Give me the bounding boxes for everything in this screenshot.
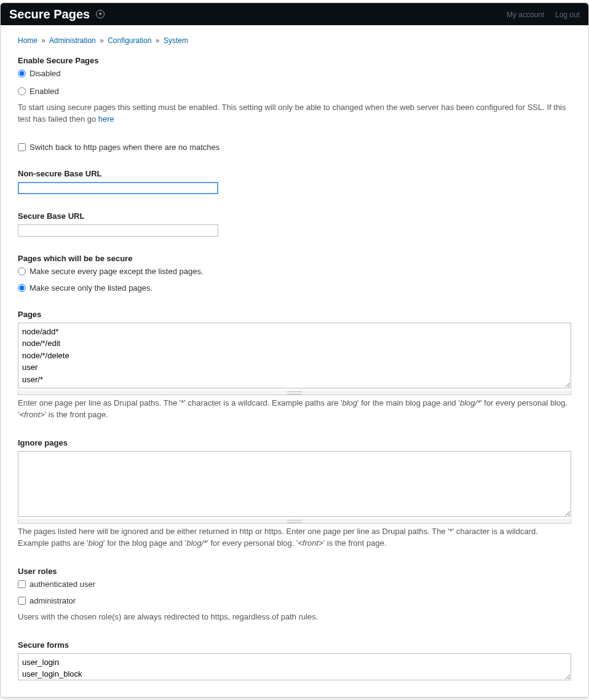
radio-disabled-input[interactable] xyxy=(18,69,26,77)
radio-enabled[interactable]: Enabled xyxy=(18,87,571,96)
my-account-link[interactable]: My account xyxy=(507,10,544,19)
breadcrumb: Home » Administration » Configuration » … xyxy=(18,36,571,45)
role-administrator-label: administrator xyxy=(30,596,76,605)
radio-except-input[interactable] xyxy=(18,267,26,275)
textarea-resize-handle[interactable] xyxy=(18,390,571,395)
nonsecure-label: Non-secure Base URL xyxy=(18,169,571,178)
pages-description: Enter one page per line as Drupal paths.… xyxy=(18,398,571,421)
here-link[interactable]: here xyxy=(98,114,114,124)
enable-description: To start using secure pages this setting… xyxy=(18,102,571,125)
role-authenticated-label: authenticated user xyxy=(30,580,95,589)
ignore-textarea[interactable] xyxy=(18,451,571,517)
role-authenticated-input[interactable] xyxy=(18,580,26,588)
forms-label: Secure forms xyxy=(18,640,571,650)
ignore-desc-front: <front> xyxy=(298,538,323,548)
forms-section: Secure forms user_login user_login_block xyxy=(18,640,571,682)
radio-except-label: Make secure every page except the listed… xyxy=(30,267,204,276)
breadcrumb-home[interactable]: Home xyxy=(18,36,38,45)
roles-section: User roles authenticated user administra… xyxy=(18,567,571,623)
ignore-desc-blog: blog xyxy=(89,538,104,548)
main-content: Home » Administration » Configuration » … xyxy=(1,25,588,697)
secure-section: Secure Base URL xyxy=(18,211,571,237)
role-administrator-input[interactable] xyxy=(18,597,26,605)
radio-except[interactable]: Make secure every page except the listed… xyxy=(18,267,571,276)
secure-input[interactable] xyxy=(18,224,218,237)
pages-desc-blogstar: blog/* xyxy=(460,398,480,407)
roles-heading: User roles xyxy=(18,567,571,576)
roles-description: Users with the chosen role(s) are always… xyxy=(18,612,571,623)
forms-textarea[interactable]: user_login user_login_block xyxy=(18,653,571,680)
switch-back-section: Switch back to http pages when there are… xyxy=(18,143,571,152)
breadcrumb-administration[interactable]: Administration xyxy=(49,36,96,45)
pages-desc-front: <front> xyxy=(19,410,44,419)
radio-enabled-label: Enabled xyxy=(30,87,59,96)
switch-back-label: Switch back to http pages when there are… xyxy=(30,143,219,152)
pages-desc-d: ' is the front page. xyxy=(45,410,108,419)
ignore-desc-blogstar: blog/* xyxy=(186,538,207,548)
radio-only-label: Make secure only the listed pages. xyxy=(30,283,152,293)
radio-only[interactable]: Make secure only the listed pages. xyxy=(18,283,571,293)
nonsecure-section: Non-secure Base URL xyxy=(18,169,571,194)
radio-disabled-label: Disabled xyxy=(30,69,61,78)
ignore-section: Ignore pages The pages listed here will … xyxy=(18,438,571,549)
ignore-desc-d: ' is the front page. xyxy=(323,538,387,548)
radio-disabled[interactable]: Disabled xyxy=(18,69,571,78)
ignore-desc-c: ' for every personal blog. ' xyxy=(207,538,298,548)
breadcrumb-sep: » xyxy=(41,36,45,45)
role-authenticated[interactable]: authenticated user xyxy=(18,580,571,589)
logout-link[interactable]: Log out xyxy=(555,10,580,19)
add-shortcut-icon[interactable]: + xyxy=(96,10,105,18)
breadcrumb-configuration[interactable]: Configuration xyxy=(108,36,151,45)
page-title: Secure Pages xyxy=(9,7,90,22)
breadcrumb-sep: » xyxy=(100,36,104,45)
radio-only-input[interactable] xyxy=(18,284,26,292)
pages-section: Pages node/add* node/*/edit node/*/delet… xyxy=(18,310,571,421)
ignore-label: Ignore pages xyxy=(18,438,571,447)
role-administrator[interactable]: administrator xyxy=(18,596,571,605)
enable-section: Enable Secure Pages Disabled Enabled To … xyxy=(18,56,571,125)
nonsecure-input[interactable] xyxy=(18,182,218,194)
pages-mode-section: Pages which will be be secure Make secur… xyxy=(18,254,571,293)
pages-textarea[interactable]: node/add* node/*/edit node/*/delete user… xyxy=(18,323,571,389)
secure-label: Secure Base URL xyxy=(18,211,571,221)
radio-enabled-input[interactable] xyxy=(18,87,26,95)
textarea-resize-handle[interactable] xyxy=(18,519,571,524)
ignore-desc-b: ' for the blog page and ' xyxy=(103,538,186,548)
breadcrumb-sep: » xyxy=(156,36,160,45)
enable-heading: Enable Secure Pages xyxy=(18,56,571,65)
pages-desc-b: ' for the main blog page and ' xyxy=(357,398,460,407)
pages-mode-heading: Pages which will be be secure xyxy=(18,254,571,263)
breadcrumb-system[interactable]: System xyxy=(164,36,188,45)
ignore-description: The pages listed here will be ignored an… xyxy=(18,526,571,549)
admin-toolbar: Secure Pages + My account Log out xyxy=(1,3,588,25)
switch-back-input[interactable] xyxy=(18,143,26,151)
pages-label: Pages xyxy=(18,310,571,319)
pages-desc-blog: blog xyxy=(342,398,358,407)
pages-desc-a: Enter one page per line as Drupal paths.… xyxy=(18,398,342,407)
switch-back-checkbox[interactable]: Switch back to http pages when there are… xyxy=(18,143,571,152)
